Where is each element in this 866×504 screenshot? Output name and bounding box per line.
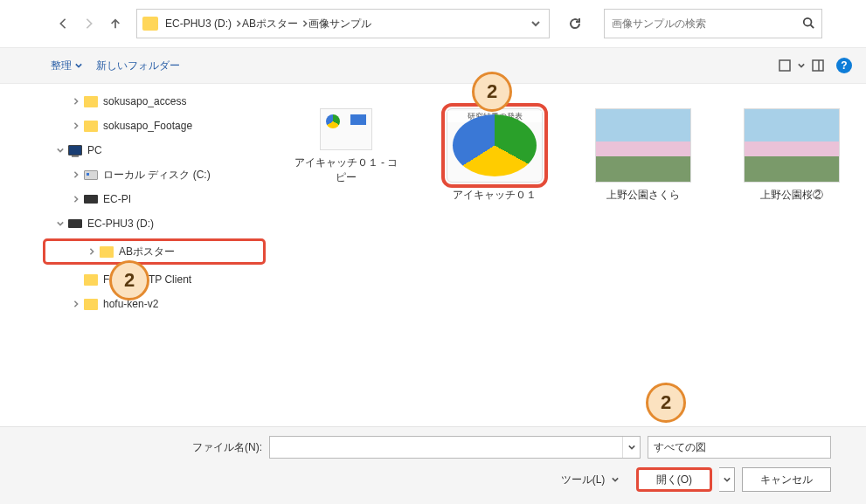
- new-folder-button[interactable]: 新しいフォルダー: [89, 55, 187, 77]
- file-thumbnail: 研究結果の発表: [447, 108, 543, 183]
- file-type-filter[interactable]: すべての図: [648, 436, 831, 459]
- address-bar[interactable]: EC-PHU3 (D:) ABポスター 画像サンプル: [136, 9, 550, 38]
- address-dropdown[interactable]: [528, 16, 544, 31]
- expand-icon[interactable]: [70, 171, 82, 178]
- expand-icon[interactable]: [54, 220, 66, 227]
- file-label: 上野公園桜②: [760, 188, 823, 203]
- tree-item[interactable]: EC-PI: [0, 187, 272, 211]
- tree-item[interactable]: sokusapo_access: [0, 89, 272, 114]
- chevron-down-icon: [798, 59, 805, 72]
- tools-label: ツール(L): [561, 473, 606, 487]
- svg-point-0: [804, 17, 812, 25]
- expand-icon[interactable]: [70, 196, 82, 203]
- folder-icon: [82, 96, 100, 107]
- search-input[interactable]: [612, 17, 802, 30]
- cancel-label: キャンセル: [760, 473, 813, 487]
- toolbar: 整理 新しいフォルダー ?: [0, 47, 866, 84]
- tree-item[interactable]: EC-PHU3 (D:): [0, 211, 272, 236]
- tree-item[interactable]: ローカル ディスク (C:): [0, 162, 272, 187]
- folder-icon: [142, 17, 158, 31]
- filter-label: すべての図: [654, 440, 706, 455]
- tree-item[interactable]: ABポスター: [44, 239, 265, 264]
- file-name-label: ファイル名(N):: [35, 440, 262, 455]
- annotation-callout: 2: [109, 260, 149, 300]
- file-item[interactable]: 上野公園さくら: [586, 108, 700, 203]
- forward-button[interactable]: [79, 13, 100, 34]
- folder-icon: [82, 121, 100, 132]
- thumb-caption: 研究結果の発表: [447, 111, 542, 122]
- usb-icon: [66, 219, 84, 228]
- help-button[interactable]: ?: [833, 54, 856, 77]
- file-item[interactable]: 上野公園桜②: [735, 108, 849, 203]
- main-area: sokusapo_accesssokusapo_FootagePCローカル ディ…: [0, 84, 866, 426]
- tree-item-label: ABポスター: [119, 245, 175, 259]
- tree-item-label: PC: [87, 144, 102, 156]
- annotation-callout: 2: [646, 383, 686, 423]
- tree-item[interactable]: PC: [0, 138, 272, 162]
- svg-rect-2: [813, 60, 823, 71]
- search-icon: [802, 17, 814, 31]
- refresh-button[interactable]: [564, 12, 586, 35]
- chevron-right-icon: [301, 17, 308, 30]
- expand-icon[interactable]: [54, 147, 66, 154]
- up-button[interactable]: [105, 13, 126, 34]
- back-button[interactable]: [52, 13, 73, 34]
- file-name-dropdown[interactable]: [622, 437, 640, 458]
- view-options-button[interactable]: [773, 54, 796, 77]
- search-box[interactable]: [604, 9, 822, 38]
- file-item[interactable]: アイキャッチ０１ - コピー: [289, 108, 403, 185]
- tree-item-label: sokusapo_Footage: [103, 120, 192, 132]
- usb-icon: [82, 195, 100, 204]
- annotation-callout: 2: [472, 72, 512, 112]
- file-label: 上野公園さくら: [606, 188, 680, 203]
- folder-icon: [98, 246, 115, 258]
- file-label: アイキャッチ０１: [453, 188, 537, 203]
- pc-icon: [66, 145, 84, 155]
- tree-item-label: EC-PI: [103, 193, 131, 205]
- file-thumbnail: [595, 108, 691, 183]
- expand-icon[interactable]: [70, 300, 82, 307]
- tree-item[interactable]: sokusapo_Footage: [0, 114, 272, 138]
- tree-item-label: ローカル ディスク (C:): [103, 168, 211, 183]
- breadcrumb-item[interactable]: ABポスター: [242, 17, 298, 31]
- footer: ファイル名(N): すべての図 ツール(L) 開く(O) キャンセル: [0, 426, 866, 504]
- folder-icon: [82, 299, 100, 310]
- tools-menu[interactable]: ツール(L): [561, 473, 619, 487]
- organize-label: 整理: [51, 59, 72, 73]
- expand-icon[interactable]: [70, 98, 82, 105]
- disk-icon: [82, 170, 100, 180]
- open-split-button[interactable]: [719, 467, 735, 492]
- expand-icon[interactable]: [86, 248, 98, 255]
- file-name-input[interactable]: [269, 436, 641, 459]
- breadcrumb-item[interactable]: EC-PHU3 (D:): [165, 17, 232, 30]
- new-folder-label: 新しいフォルダー: [96, 59, 180, 73]
- file-thumbnail: [320, 108, 372, 150]
- tree-item-label: EC-PHU3 (D:): [87, 217, 154, 230]
- folder-icon: [82, 274, 100, 286]
- organize-menu[interactable]: 整理: [44, 55, 89, 77]
- file-label: アイキャッチ０１ - コピー: [289, 155, 403, 185]
- file-grid: アイキャッチ０１ - コピー研究結果の発表アイキャッチ０１上野公園さくら上野公園…: [272, 84, 866, 426]
- expand-icon[interactable]: [70, 122, 82, 129]
- svg-rect-1: [779, 60, 790, 71]
- chevron-right-icon: [235, 17, 242, 30]
- file-thumbnail: [744, 108, 840, 183]
- breadcrumb-item[interactable]: 画像サンプル: [308, 17, 371, 31]
- open-button[interactable]: 開く(O): [636, 467, 712, 492]
- tree-item-label: sokusapo_access: [103, 95, 186, 107]
- open-label: 開く(O): [656, 473, 692, 487]
- preview-pane-button[interactable]: [807, 54, 829, 77]
- cancel-button[interactable]: キャンセル: [742, 467, 831, 492]
- nav-tree: sokusapo_accesssokusapo_FootagePCローカル ディ…: [0, 84, 272, 426]
- address-bar-row: EC-PHU3 (D:) ABポスター 画像サンプル: [0, 0, 866, 47]
- file-item[interactable]: 研究結果の発表アイキャッチ０１: [438, 108, 551, 203]
